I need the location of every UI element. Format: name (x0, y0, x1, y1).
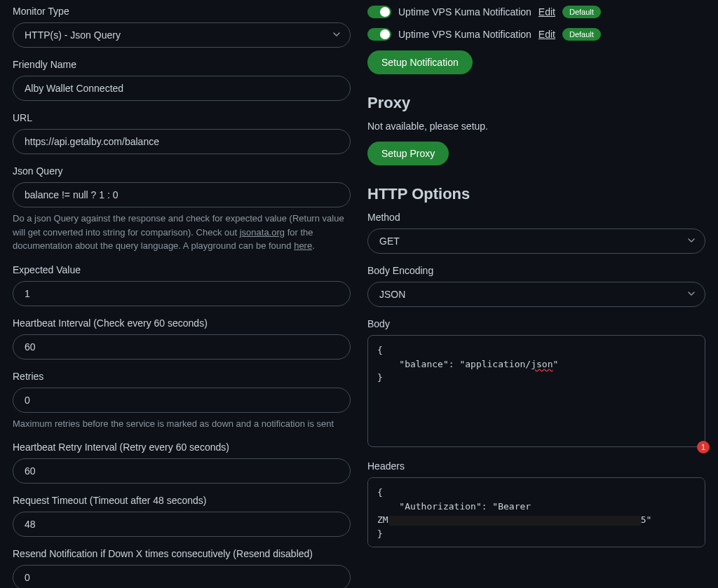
resend-field: Resend Notification if Down X times cons… (13, 548, 351, 588)
notification-label: Uptime VPS Kuma Notification (398, 29, 531, 40)
retries-input[interactable] (13, 388, 351, 413)
heartbeat-interval-input[interactable] (13, 334, 351, 360)
help-text: . (312, 240, 315, 251)
method-label: Method (367, 212, 705, 223)
setup-notification-button[interactable]: Setup Notification (367, 50, 473, 74)
heartbeat-interval-field: Heartbeat Interval (Check every 60 secon… (13, 317, 351, 360)
body-encoding-select[interactable]: JSON (367, 282, 705, 307)
method-field: Method GET (367, 212, 705, 254)
heartbeat-interval-label: Heartbeat Interval (Check every 60 secon… (13, 317, 351, 329)
edit-link[interactable]: Edit (538, 29, 555, 40)
json-query-input[interactable] (13, 182, 351, 207)
jsonata-link[interactable]: jsonata.org (240, 227, 285, 238)
body-encoding-field: Body Encoding JSON (367, 265, 705, 307)
request-timeout-input[interactable] (13, 512, 351, 537)
notification-row: Uptime VPS Kuma Notification Edit Defaul… (367, 28, 705, 41)
http-options-heading: HTTP Options (367, 185, 705, 203)
setup-proxy-button[interactable]: Setup Proxy (367, 142, 449, 165)
body-textarea[interactable] (367, 335, 705, 447)
retry-interval-input[interactable] (13, 458, 351, 484)
form-left-column: Monitor Type HTTP(s) - Json Query Friend… (13, 6, 351, 588)
url-label: URL (13, 112, 351, 123)
url-input[interactable] (13, 129, 351, 154)
error-count-badge: 1 (697, 441, 710, 453)
retries-label: Retries (13, 371, 351, 382)
request-timeout-field: Request Timeout (Timeout after 48 second… (13, 495, 351, 537)
retries-field: Retries Maximum retries before the servi… (13, 371, 351, 431)
body-field: Body { "balance": "application/json" } 1 (367, 318, 705, 449)
headers-textarea[interactable] (367, 477, 705, 547)
expected-value-input[interactable] (13, 281, 351, 306)
default-badge: Default (562, 28, 601, 41)
monitor-type-label: Monitor Type (13, 6, 351, 17)
notification-label: Uptime VPS Kuma Notification (398, 6, 531, 18)
notification-toggle[interactable] (367, 6, 391, 18)
headers-field: Headers { "Authorization": "Bearer ZM5" … (367, 460, 705, 549)
json-query-label: Json Query (13, 165, 351, 177)
json-query-field: Json Query Do a json Query against the r… (13, 165, 351, 253)
proxy-status: Not available, please setup. (367, 121, 705, 132)
body-encoding-label: Body Encoding (367, 265, 705, 276)
url-field: URL (13, 112, 351, 154)
body-label: Body (367, 318, 705, 329)
friendly-name-label: Friendly Name (13, 59, 351, 70)
notification-toggle[interactable] (367, 28, 391, 41)
expected-value-label: Expected Value (13, 264, 351, 275)
json-query-help: Do a json Query against the response and… (13, 212, 351, 253)
edit-link[interactable]: Edit (538, 6, 555, 18)
retries-help: Maximum retries before the service is ma… (13, 417, 351, 431)
retry-interval-label: Heartbeat Retry Interval (Retry every 60… (13, 442, 351, 453)
expected-value-field: Expected Value (13, 264, 351, 306)
default-badge: Default (562, 6, 601, 18)
friendly-name-input[interactable] (13, 76, 351, 101)
playground-link[interactable]: here (294, 240, 312, 251)
monitor-type-field: Monitor Type HTTP(s) - Json Query (13, 6, 351, 48)
method-select[interactable]: GET (367, 228, 705, 254)
request-timeout-label: Request Timeout (Timeout after 48 second… (13, 495, 351, 506)
friendly-name-field: Friendly Name (13, 59, 351, 101)
form-right-column: Uptime VPS Kuma Notification Edit Defaul… (367, 6, 705, 588)
notification-row: Uptime VPS Kuma Notification Edit Defaul… (367, 6, 705, 18)
headers-label: Headers (367, 460, 705, 472)
resend-label: Resend Notification if Down X times cons… (13, 548, 351, 559)
monitor-type-select[interactable]: HTTP(s) - Json Query (13, 22, 351, 48)
proxy-heading: Proxy (367, 94, 705, 112)
resend-input[interactable] (13, 565, 351, 588)
retry-interval-field: Heartbeat Retry Interval (Retry every 60… (13, 442, 351, 484)
